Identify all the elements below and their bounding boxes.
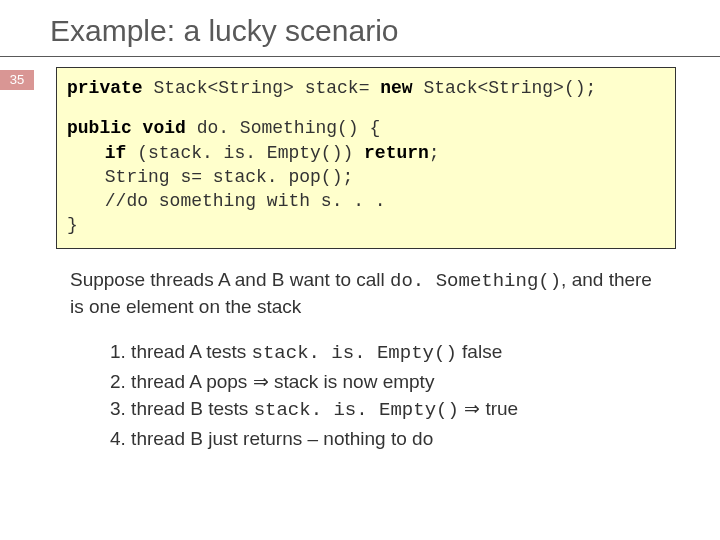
step-item: 1. thread A tests stack. is. Empty() fal… (110, 338, 670, 368)
slide-title: Example: a lucky scenario (0, 0, 720, 56)
code-kw: new (380, 78, 412, 98)
slide-number-badge: 35 (0, 70, 34, 90)
step-list: 1. thread A tests stack. is. Empty() fal… (110, 338, 670, 452)
step-item: 3. thread B tests stack. is. Empty() ⇒ t… (110, 395, 670, 425)
code-block: private Stack<String> stack= new Stack<S… (56, 67, 676, 249)
para-text: Suppose threads A and B want to call (70, 269, 390, 290)
code-blank-line (67, 100, 665, 116)
step-code: stack. is. Empty() (254, 399, 459, 421)
code-text: } (67, 215, 78, 235)
code-line: } (67, 213, 665, 237)
step-text: false (457, 341, 502, 362)
code-kw: public void (67, 118, 186, 138)
code-kw: private (67, 78, 143, 98)
code-line: String s= stack. pop(); (67, 165, 665, 189)
code-line: public void do. Something() { (67, 116, 665, 140)
code-text: Stack<String>(); (413, 78, 597, 98)
code-kw: return (364, 143, 429, 163)
step-text: ⇒ true (459, 398, 518, 419)
code-line: //do something with s. . . (67, 189, 665, 213)
code-text: String s= stack. pop(); (105, 167, 353, 187)
code-text: Stack<String> stack= (143, 78, 381, 98)
code-kw: if (105, 143, 127, 163)
code-text: //do something with s. . . (105, 191, 386, 211)
explainer-paragraph: Suppose threads A and B want to call do.… (70, 267, 670, 320)
code-text: (stack. is. Empty()) (126, 143, 364, 163)
code-text: ; (429, 143, 440, 163)
step-code: stack. is. Empty() (252, 342, 457, 364)
code-line: private Stack<String> stack= new Stack<S… (67, 76, 665, 100)
step-item: 2. thread A pops ⇒ stack is now empty (110, 368, 670, 396)
title-rule (0, 56, 720, 57)
code-text: do. Something() { (186, 118, 380, 138)
step-text: 1. thread A tests (110, 341, 252, 362)
step-item: 4. thread B just returns – nothing to do (110, 425, 670, 453)
code-line: if (stack. is. Empty()) return; (67, 141, 665, 165)
step-text: 3. thread B tests (110, 398, 254, 419)
para-code: do. Something() (390, 270, 561, 292)
